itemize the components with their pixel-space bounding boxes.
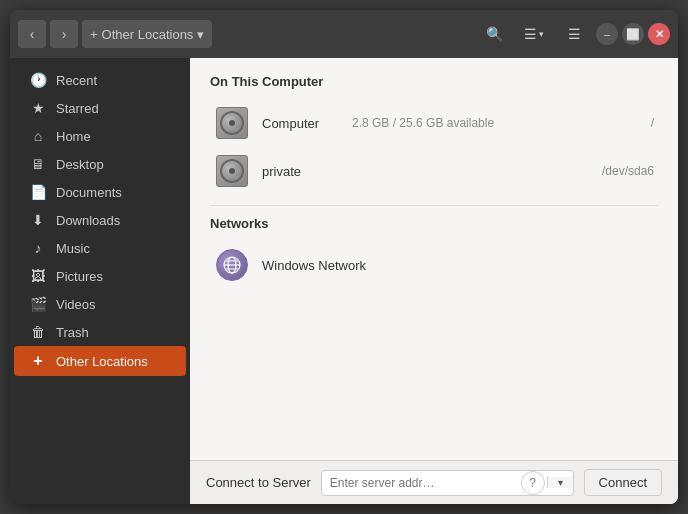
sidebar-item-documents[interactable]: 📄 Documents (14, 178, 186, 206)
computer-disk-icon (214, 105, 250, 141)
computer-info: Computer 2.8 GB / 25.6 GB available / (262, 116, 654, 131)
help-button[interactable]: ? (521, 471, 545, 495)
private-disk-icon (214, 153, 250, 189)
toolbar-right: 🔍 ☰ ▾ ☰ (480, 20, 588, 48)
location-label: Other Locations (102, 27, 194, 42)
networks-title: Networks (210, 216, 658, 231)
on-this-computer-title: On This Computer (210, 74, 658, 89)
trash-icon: 🗑 (30, 324, 46, 340)
sidebar-label-trash: Trash (56, 325, 89, 340)
content-area: 🕐 Recent ★ Starred ⌂ Home 🖥 Desktop 📄 Do… (10, 58, 678, 504)
computer-path: / (651, 116, 654, 130)
titlebar: ‹ › + Other Locations ▾ 🔍 ☰ ▾ ☰ – ⬜ ✕ (10, 10, 678, 58)
sidebar-item-starred[interactable]: ★ Starred (14, 94, 186, 122)
file-manager-window: ‹ › + Other Locations ▾ 🔍 ☰ ▾ ☰ – ⬜ ✕ (10, 10, 678, 504)
sidebar-label-starred: Starred (56, 101, 99, 116)
main-scroll-area: On This Computer Computer 2.8 GB / 25.6 … (190, 58, 678, 460)
location-dropdown-icon: ▾ (197, 27, 204, 42)
main-panel: On This Computer Computer 2.8 GB / 25.6 … (190, 58, 678, 504)
search-icon: 🔍 (486, 26, 503, 42)
plus-icon: + (90, 27, 98, 42)
starred-icon: ★ (30, 100, 46, 116)
network-globe-icon (216, 249, 248, 281)
computer-item[interactable]: Computer 2.8 GB / 25.6 GB available / (210, 99, 658, 147)
search-button[interactable]: 🔍 (480, 20, 508, 48)
server-input-wrap: ? ▾ (321, 470, 574, 496)
connect-to-server-bar: Connect to Server ? ▾ Connect (190, 460, 678, 504)
close-button[interactable]: ✕ (648, 23, 670, 45)
recent-icon: 🕐 (30, 72, 46, 88)
dropdown-arrow-icon: ▾ (558, 477, 563, 488)
sidebar-label-documents: Documents (56, 185, 122, 200)
nav-back-button[interactable]: ‹ (18, 20, 46, 48)
other-locations-icon: + (30, 352, 46, 370)
connect-button[interactable]: Connect (584, 469, 662, 496)
computer-meta: 2.8 GB / 25.6 GB available (352, 116, 651, 130)
sidebar-label-pictures: Pictures (56, 269, 103, 284)
nav-forward-button[interactable]: › (50, 20, 78, 48)
sidebar-label-music: Music (56, 241, 90, 256)
sidebar-item-recent[interactable]: 🕐 Recent (14, 66, 186, 94)
connect-label: Connect to Server (206, 475, 311, 490)
sidebar-item-videos[interactable]: 🎬 Videos (14, 290, 186, 318)
pictures-icon: 🖼 (30, 268, 46, 284)
sidebar-item-desktop[interactable]: 🖥 Desktop (14, 150, 186, 178)
maximize-button[interactable]: ⬜ (622, 23, 644, 45)
private-item[interactable]: private /dev/sda6 (210, 147, 658, 195)
downloads-icon: ⬇ (30, 212, 46, 228)
sidebar-label-desktop: Desktop (56, 157, 104, 172)
sidebar-item-other-locations[interactable]: + Other Locations (14, 346, 186, 376)
window-controls: – ⬜ ✕ (596, 23, 670, 45)
private-info: private /dev/sda6 (262, 164, 654, 179)
music-icon: ♪ (30, 240, 46, 256)
new-folder-button[interactable]: + Other Locations ▾ (82, 20, 212, 48)
list-view-button[interactable]: ☰ ▾ (512, 20, 556, 48)
sidebar-item-home[interactable]: ⌂ Home (14, 122, 186, 150)
minimize-button[interactable]: – (596, 23, 618, 45)
menu-button[interactable]: ☰ (560, 20, 588, 48)
server-dropdown-button[interactable]: ▾ (547, 477, 573, 488)
network-icon-wrap (214, 247, 250, 283)
hamburger-icon: ☰ (568, 26, 581, 42)
sidebar-item-pictures[interactable]: 🖼 Pictures (14, 262, 186, 290)
sidebar-label-other-locations: Other Locations (56, 354, 148, 369)
sidebar: 🕐 Recent ★ Starred ⌂ Home 🖥 Desktop 📄 Do… (10, 58, 190, 504)
server-address-input[interactable] (322, 471, 521, 495)
list-view-icon: ☰ (524, 26, 537, 42)
private-path: /dev/sda6 (602, 164, 654, 178)
computer-name: Computer (262, 116, 352, 131)
sidebar-item-music[interactable]: ♪ Music (14, 234, 186, 262)
sidebar-label-videos: Videos (56, 297, 96, 312)
sidebar-label-recent: Recent (56, 73, 97, 88)
section-divider (210, 205, 658, 206)
sidebar-item-trash[interactable]: 🗑 Trash (14, 318, 186, 346)
sidebar-label-home: Home (56, 129, 91, 144)
home-icon: ⌂ (30, 128, 46, 144)
documents-icon: 📄 (30, 184, 46, 200)
private-name: private (262, 164, 352, 179)
windows-network-info: Windows Network (262, 258, 654, 273)
list-view-dropdown-icon: ▾ (539, 29, 544, 39)
videos-icon: 🎬 (30, 296, 46, 312)
sidebar-label-downloads: Downloads (56, 213, 120, 228)
sidebar-item-downloads[interactable]: ⬇ Downloads (14, 206, 186, 234)
windows-network-name: Windows Network (262, 258, 366, 273)
windows-network-item[interactable]: Windows Network (210, 241, 658, 289)
desktop-icon: 🖥 (30, 156, 46, 172)
